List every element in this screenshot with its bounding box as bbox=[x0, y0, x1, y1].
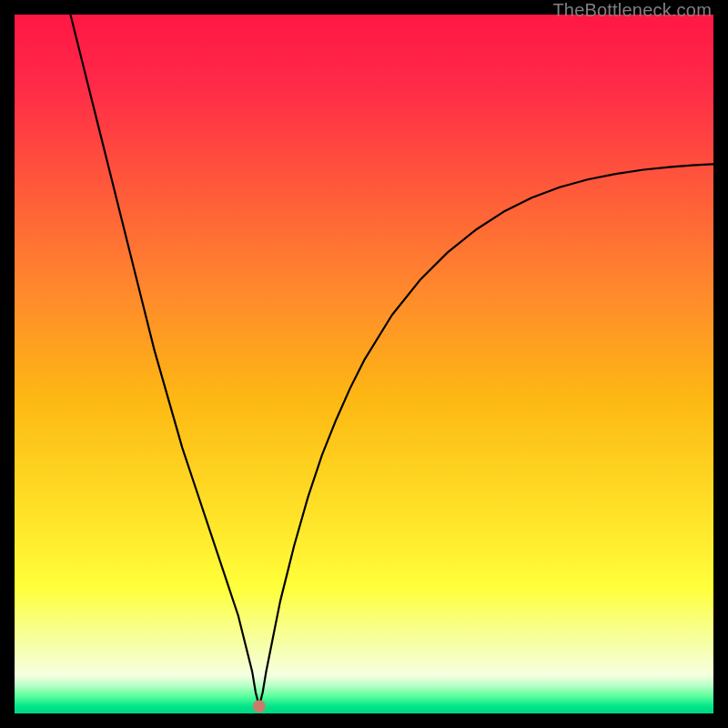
chart-svg bbox=[15, 15, 713, 713]
watermark-text: TheBottleneck.com bbox=[552, 0, 712, 21]
minimum-marker bbox=[253, 700, 266, 713]
gradient-background bbox=[15, 15, 713, 713]
chart-frame bbox=[15, 15, 713, 713]
